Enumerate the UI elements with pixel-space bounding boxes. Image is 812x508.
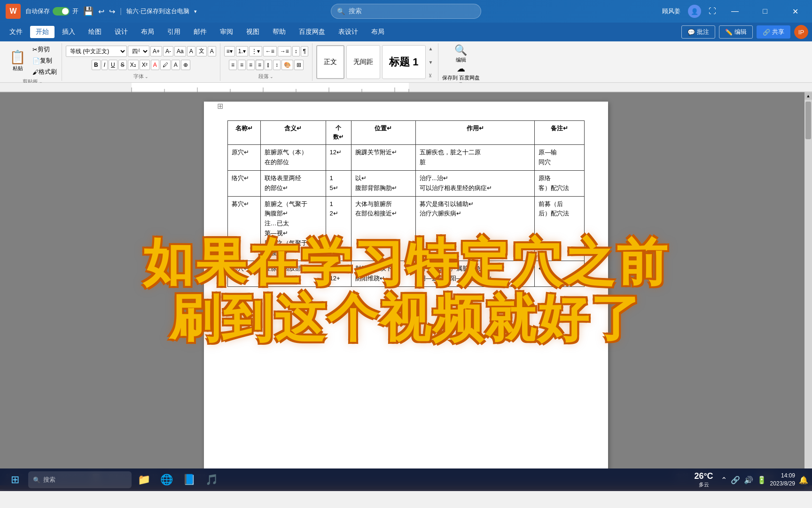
cell-count-1: 12↵ [326,145,351,171]
network-icon[interactable]: 🔗 [731,476,740,484]
comment-btn[interactable]: 💬 批注 [681,25,715,39]
search-box[interactable]: 🔍 搜索 [331,4,481,19]
columns-btn[interactable]: ⫿ [265,60,272,70]
taskbar-music[interactable]: 🎵 [201,470,222,489]
font-grow-btn[interactable]: A+ [150,46,162,56]
save-baidu-btn[interactable]: ☁ 保存到 百度网盘 [442,64,480,81]
borders-btn[interactable]: ⊞ [294,60,304,70]
redo-btn[interactable]: ↪ [109,7,115,16]
chevron-up-icon[interactable]: ⌃ [721,476,727,484]
menu-file[interactable]: 文件 [4,26,28,38]
align-center-btn[interactable]: ≡ [238,60,246,70]
edit-btn[interactable]: ✏️ 编辑 [719,25,753,39]
undo-btn[interactable]: ↩ [98,7,104,16]
font-border-btn[interactable]: ⊕ [181,60,190,70]
line-spacing-btn[interactable]: ↕ [273,60,281,70]
font-color-btn[interactable]: A [151,60,159,70]
font-color2-btn[interactable]: A [172,60,180,70]
superscript-btn[interactable]: X² [140,60,150,70]
table-row: 郄穴↵ 经脉在四肢部经气深聚部位↵ 16↵12+ 肘膝关节以下↵阴阳维跷↵ 所（… [228,261,585,287]
scroll-up-btn[interactable]: ▲ [804,92,812,100]
styles-scroll-down[interactable]: ▼ [429,60,433,65]
scroll-thumb[interactable] [805,102,811,139]
notifications-icon[interactable]: 🔔 [799,476,808,484]
italic-btn[interactable]: I [102,60,108,70]
taskbar-search[interactable]: 🔍 搜索 [28,471,132,488]
taskbar-file-explorer[interactable]: 📁 [133,470,154,489]
styles-scroll-up[interactable]: ▲ [429,46,433,51]
bold-btn[interactable]: B [92,60,101,70]
cell-pos-xi: 肘膝关节以下↵阴阳维跷↵ [351,261,415,287]
menu-draw[interactable]: 绘图 [83,26,107,38]
menu-design[interactable]: 设计 [109,26,133,38]
font-size-select[interactable]: 四号 [128,46,149,57]
search-replace-btn[interactable]: 🔍 [454,44,467,56]
font-outline-btn[interactable]: A [208,46,216,56]
bullets-btn[interactable]: ≡▾ [224,46,235,56]
multilevel-btn[interactable]: ⋮▾ [249,46,262,56]
vertical-scrollbar[interactable]: ▲ ▼ [804,92,812,489]
menu-home[interactable]: 开始 [30,26,55,38]
iplv-btn[interactable]: IP [794,25,808,39]
menu-mail[interactable]: 邮件 [188,26,212,38]
dropdown-icon[interactable]: ▾ [194,8,197,15]
menu-table-layout[interactable]: 布局 [366,26,390,38]
menu-table-design[interactable]: 表设计 [333,26,364,38]
strikethrough-btn[interactable]: S [118,60,127,70]
align-right-btn[interactable]: ≡ [247,60,255,70]
decrease-indent-btn[interactable]: ←≡ [263,46,277,56]
share-btn[interactable]: 🔗 共享 [757,25,790,39]
menu-help[interactable]: 帮助 [267,26,291,38]
font-expand[interactable]: ⌄ [145,74,148,79]
cell-notes-mu: 前募（后后）配穴法 [535,196,585,261]
menu-review[interactable]: 审阅 [214,26,239,38]
style-h1-btn[interactable]: 标题 1 [382,45,425,79]
style-normal-btn[interactable]: 正文 [316,45,344,79]
format-painter-btn[interactable]: 🖌 格式刷 [31,67,59,77]
add-table-icon[interactable]: ⊞ [217,102,223,111]
save-icon[interactable]: 💾 [83,6,94,16]
font-shrink-btn[interactable]: A- [163,46,173,56]
autosave-toggle[interactable] [53,7,70,16]
minimize-btn[interactable]: — [724,0,746,23]
taskbar-browser[interactable]: 🌐 [156,470,177,489]
font-case-btn[interactable]: Aa [174,46,186,56]
speaker-icon[interactable]: 🔊 [744,476,753,484]
underline-btn[interactable]: U [109,60,117,70]
share-icon[interactable]: ⛶ [709,7,716,16]
styles-expand[interactable]: ⊻ [429,73,433,78]
menu-references[interactable]: 引用 [162,26,186,38]
para-expand[interactable]: ⌄ [270,74,273,79]
show-marks-btn[interactable]: ¶ [301,46,308,56]
highlight-btn[interactable]: 🖊 [160,60,171,70]
paste-btn[interactable]: 📋 粘贴 [7,48,29,73]
shading-btn[interactable]: 🎨 [281,60,293,70]
subscript-btn[interactable]: X₂ [128,60,139,70]
menu-layout[interactable]: 布局 [135,26,160,38]
start-button[interactable]: ⊞ [4,470,26,489]
align-left-btn[interactable]: ≡ [229,60,237,70]
numbering-btn[interactable]: 1.▾ [236,46,248,56]
increase-indent-btn[interactable]: →≡ [278,46,291,56]
system-clock[interactable]: 14:09 2023/8/29 [770,472,795,488]
sort-btn[interactable]: ↕ [292,46,300,56]
menu-view[interactable]: 视图 [241,26,265,38]
cell-effect-xi: 所（过部位）属脏腑急性病症↵阴—血证 阳—急性疼痛↵ [415,261,535,287]
font-clear-btn[interactable]: A [187,46,195,56]
taskbar-word[interactable]: 📘 [179,470,199,489]
maximize-btn[interactable]: □ [754,0,776,23]
clipboard-group: 📋 粘贴 ✂ 剪切 📄 复制 🖌 格式刷 剪贴板 ⌄ [4,43,62,81]
style-nospace-btn[interactable]: 无间距 [346,45,380,79]
cell-notes-xi: ↵ [535,261,585,287]
close-btn[interactable]: ✕ [784,0,806,23]
menu-baidu[interactable]: 百度网盘 [293,26,331,38]
font-name-select[interactable]: 等线 (中文正文) [66,46,127,57]
battery-icon[interactable]: 🔋 [757,476,766,484]
cut-btn[interactable]: ✂ 剪切 [31,44,59,55]
copy-btn[interactable]: 📄 复制 [31,56,59,66]
edit-label[interactable]: 编辑 [456,56,466,64]
font-row2: B I U S X₂ X² A 🖊 A ⊕ [92,58,190,72]
font-wubi-btn[interactable]: 文 [196,46,207,56]
align-justify-btn[interactable]: ≡ [256,60,264,70]
menu-insert[interactable]: 插入 [56,26,81,38]
